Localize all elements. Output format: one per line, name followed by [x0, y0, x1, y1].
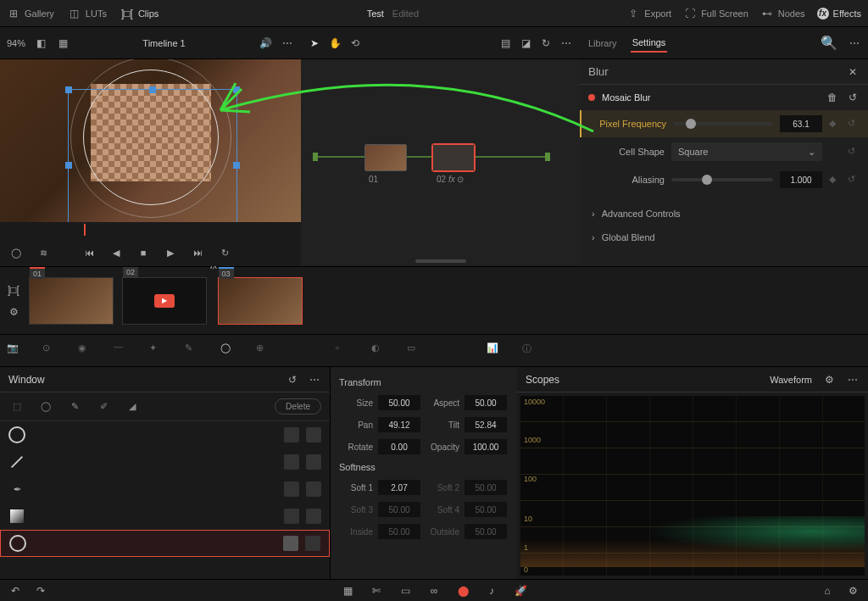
scrub-bar[interactable]: [0, 222, 301, 239]
clip-settings-icon[interactable]: ⚙: [7, 305, 20, 319]
timeline-title[interactable]: Timeline 1: [78, 38, 250, 48]
pixel-freq-slider[interactable]: [673, 122, 773, 125]
zoom-level[interactable]: 94%: [7, 38, 25, 48]
more-icon[interactable]: ⋯: [281, 36, 294, 50]
shape-row-circle[interactable]: [0, 421, 330, 448]
add-circle-icon[interactable]: ◯: [37, 398, 54, 415]
view-icon[interactable]: ▦: [56, 36, 70, 50]
node-01[interactable]: 01: [364, 144, 407, 171]
aliasing-slider[interactable]: [671, 178, 773, 181]
pointer-tool[interactable]: ➤: [308, 36, 321, 50]
project-settings-icon[interactable]: ⚙: [846, 584, 860, 598]
prev-clip-button[interactable]: ⏮: [81, 245, 97, 260]
undo-icon[interactable]: ↶: [8, 584, 22, 598]
page-media-icon[interactable]: ▦: [341, 584, 354, 598]
trash-icon[interactable]: 🗑: [826, 91, 839, 104]
scopes-toggle-icon[interactable]: 📊: [487, 342, 504, 359]
search-icon[interactable]: 🔍: [822, 36, 836, 50]
page-fairlight-icon[interactable]: ♪: [485, 584, 498, 598]
page-edit-icon[interactable]: ▭: [398, 584, 412, 598]
shape-row-gradient[interactable]: [0, 503, 330, 530]
reset-param-icon[interactable]: ↺: [848, 118, 860, 130]
keyframe-icon[interactable]: ◆: [829, 174, 841, 186]
shape-row-linear[interactable]: [0, 448, 330, 476]
reset-effect-icon[interactable]: ↺: [846, 91, 860, 104]
camera-raw-icon[interactable]: 📷: [7, 342, 24, 359]
clip-02[interactable]: 02▶: [122, 277, 207, 325]
clip-03[interactable]: 03: [218, 277, 303, 325]
next-clip-button[interactable]: ⏭: [190, 245, 205, 260]
add-linear-icon[interactable]: ⬚: [8, 398, 25, 415]
scope-more-icon[interactable]: ⋯: [846, 373, 860, 387]
clips-tab[interactable]: ]□[Clips: [120, 7, 159, 20]
tracking-icon[interactable]: ⊕: [256, 342, 273, 359]
hdr-icon[interactable]: ◉: [78, 342, 95, 359]
settings-tab[interactable]: Settings: [631, 34, 668, 53]
layers-icon[interactable]: ≋: [36, 245, 51, 260]
add-curve-icon[interactable]: ✐: [95, 398, 112, 415]
cell-shape-select[interactable]: Square⌄: [671, 142, 822, 161]
shape-row-polygon[interactable]: ✒: [0, 476, 330, 503]
color-wheels-icon[interactable]: ⊙: [42, 342, 59, 359]
global-blend-toggle[interactable]: ›Global Blend: [580, 225, 868, 249]
fit-icon[interactable]: ◧: [34, 36, 47, 50]
export-button[interactable]: ⇪Export: [626, 7, 671, 20]
fullscreen-button[interactable]: ⛶Full Screen: [683, 7, 748, 20]
effects-button[interactable]: fxEffects: [817, 8, 861, 19]
tilt-value[interactable]: 52.84: [465, 417, 507, 432]
step-back-button[interactable]: ◀: [108, 245, 124, 260]
page-deliver-icon[interactable]: 🚀: [514, 584, 527, 598]
qualifier-icon[interactable]: ✎: [185, 342, 202, 359]
luts-tab[interactable]: ◫LUTs: [68, 7, 107, 20]
soft1-value[interactable]: 2.07: [378, 480, 420, 495]
scope-settings-icon[interactable]: ⚙: [822, 373, 836, 387]
opacity-value[interactable]: 100.00: [465, 439, 507, 454]
pixel-freq-value[interactable]: 63.1: [780, 115, 822, 132]
effect-enable-toggle[interactable]: [588, 94, 595, 101]
page-fusion-icon[interactable]: ∞: [427, 584, 441, 598]
scope-mode[interactable]: Waveform: [770, 375, 812, 385]
add-polygon-icon[interactable]: ✎: [66, 398, 83, 415]
delete-shape-button[interactable]: Delete: [275, 398, 321, 415]
redo-icon[interactable]: ↷: [34, 584, 47, 598]
viewer-canvas[interactable]: [0, 59, 301, 222]
size-value[interactable]: 50.00: [378, 395, 420, 410]
selection-bbox[interactable]: [68, 89, 237, 222]
reset-param-icon[interactable]: ↺: [848, 146, 860, 158]
highlight-tool[interactable]: ◪: [519, 36, 532, 50]
page-color-icon[interactable]: ⬤: [456, 584, 470, 598]
library-tab[interactable]: Library: [587, 35, 619, 52]
aspect-value[interactable]: 50.00: [465, 395, 507, 410]
blur-icon[interactable]: ▫: [336, 342, 353, 359]
effect-search-input[interactable]: [588, 65, 846, 78]
link-tool[interactable]: ⟲: [348, 36, 362, 50]
node-scroll[interactable]: [415, 259, 466, 263]
node-02[interactable]: 02 fx ⊙: [432, 144, 475, 171]
stop-button[interactable]: ■: [136, 245, 151, 260]
gallery-tab[interactable]: ⊞Gallery: [7, 7, 54, 20]
warper-icon[interactable]: ✦: [149, 342, 166, 359]
settings-more-icon[interactable]: ⋯: [848, 36, 861, 50]
clear-search-icon[interactable]: ✕: [846, 65, 860, 79]
grid-tool[interactable]: ▤: [498, 36, 512, 50]
rotate-value[interactable]: 0.00: [378, 439, 420, 454]
aliasing-value[interactable]: 1.000: [780, 171, 822, 188]
more-tools[interactable]: ⋯: [559, 36, 573, 50]
reset-window-icon[interactable]: ↺: [286, 373, 299, 387]
hand-tool[interactable]: ✋: [328, 36, 342, 50]
sizing-icon[interactable]: ▭: [407, 342, 424, 359]
add-gradient-icon[interactable]: ◢: [124, 398, 141, 415]
home-icon[interactable]: ⌂: [821, 584, 834, 598]
window-icon[interactable]: ◯: [220, 342, 237, 359]
keyframe-icon[interactable]: ◆: [829, 118, 841, 130]
curves-icon[interactable]: 〰: [114, 342, 131, 359]
clip-01[interactable]: 01: [29, 277, 114, 325]
page-cut-icon[interactable]: ✄: [370, 584, 383, 598]
play-button[interactable]: ▶: [163, 245, 178, 260]
reset-tool[interactable]: ↻: [539, 36, 553, 50]
shape-row-active-circle[interactable]: [0, 530, 330, 557]
audio-icon[interactable]: 🔊: [259, 36, 272, 50]
window-more-icon[interactable]: ⋯: [308, 373, 321, 387]
loop-icon[interactable]: ◯: [8, 245, 24, 260]
key-icon[interactable]: ◐: [371, 342, 388, 359]
